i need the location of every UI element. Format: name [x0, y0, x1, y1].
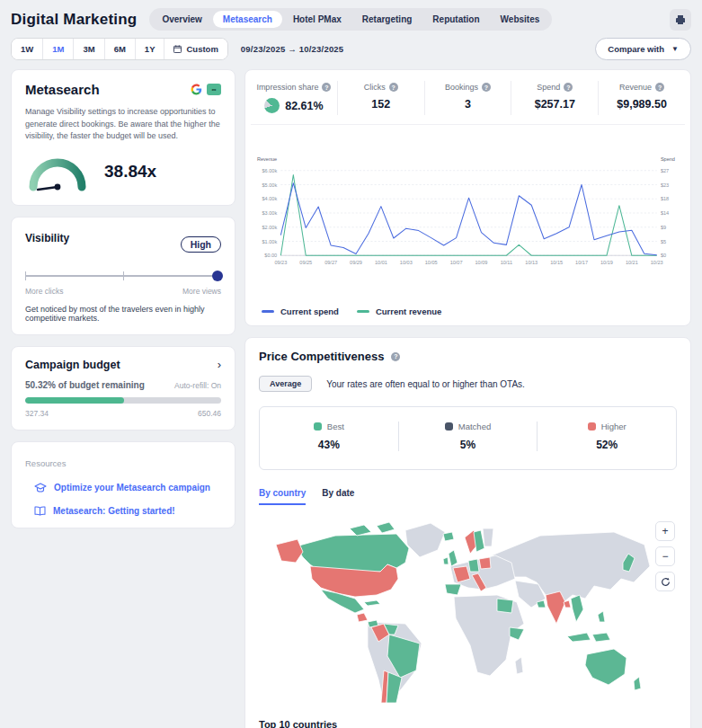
best-dot-icon: [314, 422, 322, 431]
slider-tick-start: [25, 271, 26, 280]
svg-text:10/05: 10/05: [425, 260, 438, 265]
kpi-label: Clicks: [364, 83, 386, 92]
chevron-down-icon: ▼: [671, 45, 679, 53]
help-icon[interactable]: ?: [322, 83, 331, 92]
main-tabs: Overview Metasearch Hotel PMax Retargeti…: [149, 8, 552, 31]
roi-multiplier-value: 38.84x: [104, 162, 156, 182]
svg-text:$14: $14: [661, 210, 669, 216]
main-panel: Impression share? 82.61% Clicks? 152 Boo…: [244, 69, 691, 728]
kpi-label: Bookings: [445, 83, 478, 92]
svg-text:10/19: 10/19: [600, 260, 613, 265]
compare-with-button[interactable]: Compare with ▼: [595, 38, 691, 60]
stat-higher: Higher 52%: [538, 422, 676, 451]
svg-text:10/21: 10/21: [626, 260, 638, 265]
chevron-right-icon[interactable]: ›: [218, 359, 221, 370]
printer-icon: [675, 14, 686, 25]
svg-text:$5: $5: [661, 239, 666, 244]
slider-tick-middle: [123, 271, 124, 280]
tab-websites[interactable]: Websites: [491, 11, 550, 28]
legend-label: Current spend: [280, 306, 339, 316]
stat-value: 5%: [399, 439, 538, 451]
tab-by-country[interactable]: By country: [259, 488, 306, 505]
average-badge: Average: [259, 376, 312, 392]
visibility-description: Get noticed by most of the travelers eve…: [25, 305, 221, 323]
range-1m-button[interactable]: 1M: [43, 39, 74, 59]
reset-map-button[interactable]: [655, 572, 675, 591]
tab-retargeting[interactable]: Retargeting: [352, 11, 422, 28]
slider-label-views: More views: [182, 287, 221, 296]
price-competitiveness-title: Price Competitiveness: [259, 350, 384, 363]
visibility-card: Visibility High More clicks More views G…: [11, 217, 235, 335]
kpi-bookings: Bookings? 3: [425, 81, 512, 115]
roi-gauge: [25, 150, 90, 193]
google-hotel-ads-icon: ∞: [207, 84, 221, 95]
tab-overview[interactable]: Overview: [152, 11, 211, 28]
kpi-value: $9,989.50: [617, 98, 667, 111]
svg-text:Spend: Spend: [661, 156, 675, 162]
world-map[interactable]: [271, 510, 666, 715]
help-icon[interactable]: ?: [655, 83, 664, 92]
tab-by-date[interactable]: By date: [322, 488, 354, 505]
slider-handle[interactable]: [212, 271, 223, 281]
rates-summary-text: Your rates are often equal to or higher …: [326, 379, 525, 389]
resource-link-label: Optimize your Metasearch campaign: [54, 483, 210, 493]
svg-text:$0.00: $0.00: [264, 253, 277, 258]
kpi-clicks: Clicks? 152: [338, 81, 425, 115]
kpi-label: Spend: [537, 83, 560, 92]
zoom-in-button[interactable]: +: [655, 521, 675, 541]
campaign-budget-card: Campaign budget › 50.32% of budget remai…: [11, 346, 235, 431]
svg-text:10/03: 10/03: [400, 260, 413, 265]
svg-text:10/13: 10/13: [525, 260, 538, 265]
tab-reputation[interactable]: Reputation: [422, 11, 489, 28]
svg-text:10/23: 10/23: [651, 260, 663, 265]
svg-text:10/07: 10/07: [450, 260, 463, 265]
stat-value: 43%: [260, 439, 398, 451]
help-icon[interactable]: ?: [564, 83, 573, 92]
svg-text:09/29: 09/29: [350, 260, 362, 265]
main-content: Metasearch ∞ Manage Visibility settings …: [0, 69, 702, 728]
print-button[interactable]: [670, 9, 691, 31]
price-competitiveness-card: Price Competitiveness ? Average Your rat…: [244, 337, 691, 728]
svg-text:$0: $0: [661, 253, 666, 258]
range-1w-button[interactable]: 1W: [12, 39, 43, 59]
svg-text:$4.00k: $4.00k: [262, 196, 278, 201]
resource-link-getting-started[interactable]: Metasearch: Getting started!: [34, 506, 221, 516]
range-6m-button[interactable]: 6M: [105, 39, 136, 59]
kpi-value: 82.61%: [285, 100, 323, 112]
stat-matched: Matched 5%: [399, 422, 538, 451]
performance-card: Impression share? 82.61% Clicks? 152 Boo…: [244, 69, 691, 326]
visibility-card-title: Visibility: [25, 232, 69, 244]
svg-text:09/23: 09/23: [274, 260, 287, 265]
kpi-impression-share: Impression share? 82.61%: [251, 81, 338, 115]
custom-range-button[interactable]: Custom: [164, 39, 227, 59]
calendar-icon: [173, 45, 182, 53]
resource-link-optimize[interactable]: Optimize your Metasearch campaign: [34, 483, 221, 493]
resource-link-label: Metasearch: Getting started!: [53, 506, 175, 516]
budget-progress-bar: [25, 397, 221, 404]
range-3m-button[interactable]: 3M: [74, 39, 104, 59]
legend-current-revenue[interactable]: Current revenue: [357, 306, 441, 316]
help-icon[interactable]: ?: [482, 83, 491, 92]
help-icon[interactable]: ?: [389, 83, 398, 92]
svg-text:$2.00k: $2.00k: [262, 225, 278, 230]
svg-text:$23: $23: [661, 182, 669, 188]
svg-text:10/17: 10/17: [575, 260, 588, 265]
metasearch-card: Metasearch ∞ Manage Visibility settings …: [11, 69, 235, 206]
visibility-slider[interactable]: [25, 271, 221, 281]
budget-spent-value: 327.34: [25, 409, 49, 418]
zoom-out-button[interactable]: −: [655, 546, 675, 566]
kpi-revenue: Revenue? $9,989.50: [599, 81, 685, 115]
range-1y-button[interactable]: 1Y: [136, 39, 165, 59]
spend-revenue-chart: RevenueSpend$0.00$0$1.00k$5$2.00k$9$3.00…: [251, 129, 685, 297]
tab-hotel-pmax[interactable]: Hotel PMax: [283, 11, 351, 28]
digital-marketing-page: Digital Marketing Overview Metasearch Ho…: [0, 0, 702, 728]
kpi-value: 3: [465, 98, 471, 111]
help-icon[interactable]: ?: [391, 352, 400, 361]
page-title: Digital Marketing: [11, 11, 137, 29]
stat-label: Matched: [458, 422, 491, 431]
legend-current-spend[interactable]: Current spend: [262, 306, 339, 316]
stat-label: Higher: [601, 422, 626, 431]
svg-text:$5.00k: $5.00k: [262, 182, 278, 188]
tab-metasearch[interactable]: Metasearch: [213, 11, 282, 28]
kpi-value: 152: [371, 98, 390, 111]
